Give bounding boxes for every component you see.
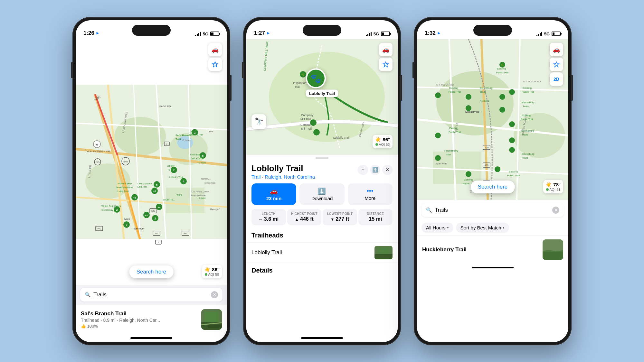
- network-label-3: 5G: [544, 32, 550, 36]
- map-area-2[interactable]: COMPANY MILL TRAIL Inspiration Trail Com…: [246, 39, 398, 155]
- sort-filter[interactable]: Sort by Best Match ▾: [456, 223, 509, 233]
- search-here-btn-3[interactable]: Search here: [471, 181, 515, 193]
- svg-text:+1: +1: [145, 214, 148, 217]
- svg-text:Company: Company: [301, 114, 314, 117]
- result-card-1[interactable]: Sal's Branch Trail Trailhead · 8.9 mi · …: [76, 305, 227, 334]
- search-clear-3[interactable]: ✕: [552, 207, 559, 214]
- map-svg-1: I-685 TW ALEXANDER DR PAGE RD Sal's Bran…: [76, 39, 227, 285]
- svg-text:🌿: 🌿: [301, 73, 305, 76]
- stat-lowest-value: ▼ 277 ft: [325, 216, 355, 222]
- location-btn-2[interactable]: [379, 58, 393, 71]
- search-here-btn-1[interactable]: Search here: [129, 265, 174, 278]
- result-card-3[interactable]: Huckleberry Trail: [417, 235, 568, 264]
- more-btn[interactable]: ••• More: [348, 183, 393, 205]
- search-bar-3[interactable]: 🔍 Trails ✕: [421, 203, 564, 217]
- nav-arrow-1: ►: [96, 31, 100, 35]
- svg-rect-94: [204, 312, 219, 322]
- drive-btn[interactable]: 🚗 23 min: [251, 183, 296, 205]
- trail-location: Trail · Raleigh, North Carolina: [251, 174, 315, 180]
- stat-highest: HIGHEST POINT ▲ 446 ft: [287, 209, 322, 225]
- svg-text:+1 more: +1 more: [197, 162, 206, 164]
- map-area-3[interactable]: MT TABOR RD MT TABOR RD PRICES FORK RD S…: [417, 39, 568, 200]
- signal-bars-3: [536, 32, 542, 36]
- map-area-1[interactable]: I-685 TW ALEXANDER DR PAGE RD Sal's Bran…: [76, 39, 227, 285]
- svg-text:Lake Trail: Lake Trail: [118, 190, 129, 193]
- search-clear-1[interactable]: ✕: [211, 291, 218, 298]
- phone-2: 1:27 ► 5G: [243, 17, 401, 345]
- svg-text:Trails: Trails: [522, 133, 528, 136]
- dynamic-island-1: [132, 25, 171, 36]
- filter-row: All Hours ▾ Sort by Best Match ▾: [417, 220, 568, 235]
- svg-text:Loblolly: Loblolly: [167, 165, 175, 167]
- search-bar-1[interactable]: 🔍 Trails ✕: [80, 288, 223, 302]
- svg-text:Multiuse Trail: Multiuse Trail: [189, 134, 203, 136]
- share-btn[interactable]: ⬆️: [370, 165, 380, 175]
- weather-badge-1: ☀️ 86° AQI 59: [202, 265, 222, 278]
- svg-text:Merrimac: Merrimac: [436, 162, 447, 165]
- svg-text:Greenway and: Greenway and: [116, 186, 133, 189]
- close-btn[interactable]: ✕: [382, 165, 393, 175]
- trail-name: Loblolly Trail: [251, 163, 315, 173]
- home-indicator-2: [246, 334, 398, 342]
- search-value-3: Trails: [435, 207, 550, 213]
- weather-badge-3: ☀️ 78° AQI 51: [543, 180, 563, 193]
- svg-point-165: [435, 92, 441, 98]
- svg-text:Existing: Existing: [449, 127, 458, 130]
- svg-text:+1 more: +1 more: [167, 169, 176, 171]
- svg-text:MCBRYDE: MCBRYDE: [465, 110, 480, 114]
- result-rating-1: 👍 100%: [81, 324, 197, 329]
- svg-text:460: 460: [485, 146, 488, 149]
- nav-arrow-2: ►: [266, 31, 270, 35]
- svg-text:Lake Trail: Lake Trail: [137, 186, 147, 188]
- location-btn-1[interactable]: [208, 58, 222, 71]
- car-mode-btn-1[interactable]: 🚗: [208, 43, 222, 56]
- status-right-2: 5G: [366, 32, 390, 36]
- nav-arrow-3: ►: [437, 31, 441, 35]
- svg-point-170: [466, 171, 471, 177]
- svg-point-159: [499, 94, 505, 100]
- sort-label: Sort by Best Match: [460, 225, 501, 230]
- detail-action-icons: ＋ ⬆️ ✕: [358, 165, 393, 175]
- svg-text:Blacksburg: Blacksburg: [480, 87, 493, 89]
- car-mode-btn-3[interactable]: 🚗: [550, 43, 563, 56]
- svg-text:TW ALEXANDER DR: TW ALEXANDER DR: [85, 150, 110, 153]
- trailhead-row-1[interactable]: Loblolly Trail: [246, 242, 398, 263]
- svg-text:64: 64: [155, 232, 158, 235]
- svg-text:North C...: North C...: [201, 178, 211, 180]
- battery-icon-1: [210, 32, 219, 36]
- svg-text:Trail: Trail: [175, 138, 181, 141]
- svg-text:1: 1: [158, 241, 159, 243]
- location-btn-3[interactable]: [550, 58, 563, 71]
- stat-lowest-label: LOWEST POINT: [325, 212, 355, 216]
- svg-text:+1: +1: [133, 196, 136, 199]
- hours-chevron-icon: ▾: [447, 226, 449, 230]
- signal-bars-1: [195, 32, 201, 36]
- svg-rect-113: [374, 254, 393, 259]
- svg-text:Public Trail: Public Trail: [449, 90, 461, 93]
- map-2d-btn[interactable]: 2D: [550, 72, 563, 86]
- map-controls-3: 🚗 2D: [550, 43, 563, 86]
- download-btn[interactable]: ⬇️ Download: [299, 183, 344, 205]
- car-mode-btn-2[interactable]: 🚗: [379, 43, 393, 56]
- stats-row: LENGTH ↔ 3.6 mi HIGHEST POINT ▲ 446 ft L…: [246, 209, 398, 230]
- result-thumb-1: [201, 309, 222, 330]
- svg-text:Loblolly Trail: Loblolly Trail: [333, 136, 349, 139]
- hours-label: All Hours: [426, 225, 446, 230]
- loblolly-label: Loblolly Trail: [306, 90, 338, 97]
- stat-distance: DISTANCE 15 mi: [358, 209, 393, 225]
- svg-text:6: 6: [156, 183, 157, 186]
- svg-text:South Tu...: South Tu...: [163, 198, 175, 201]
- binoculars-btn[interactable]: 🔭: [251, 114, 266, 129]
- hours-filter[interactable]: All Hours ▾: [421, 223, 453, 233]
- svg-text:Mill Trail: Mill Trail: [300, 117, 311, 121]
- svg-point-161: [509, 89, 515, 95]
- svg-text:685: 685: [96, 161, 99, 163]
- add-btn[interactable]: ＋: [358, 165, 368, 175]
- svg-text:+4: +4: [157, 206, 161, 209]
- action-buttons: 🚗 23 min ⬇️ Download ••• More: [246, 183, 398, 209]
- svg-text:Mill Trail: Mill Trail: [301, 127, 312, 130]
- stat-lowest: LOWEST POINT ▼ 277 ft: [323, 209, 357, 225]
- battery-icon-3: [552, 32, 561, 36]
- detail-sheet: Loblolly Trail Trail · Raleigh, North Ca…: [246, 155, 398, 334]
- svg-point-160: [499, 107, 505, 113]
